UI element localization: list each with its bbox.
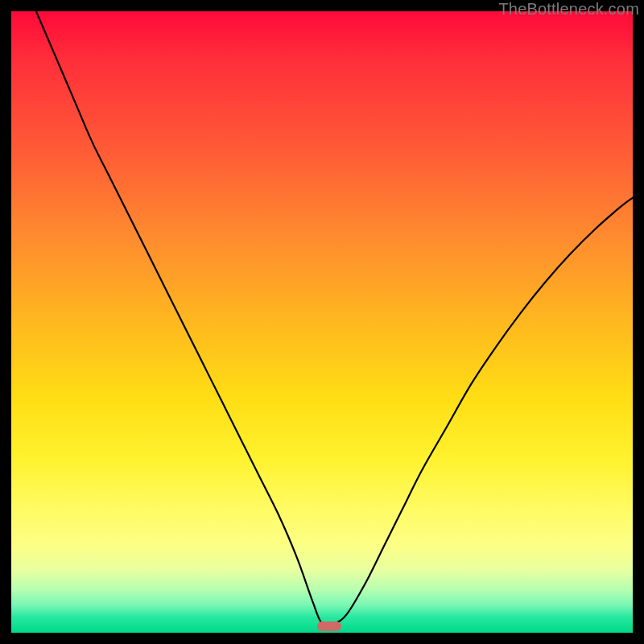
chart-stage: TheBottleneck.com — [0, 0, 644, 644]
bottleneck-curve — [11, 11, 633, 633]
plot-area — [11, 11, 633, 633]
optimal-marker — [317, 621, 341, 631]
watermark-text: TheBottleneck.com — [498, 0, 639, 19]
